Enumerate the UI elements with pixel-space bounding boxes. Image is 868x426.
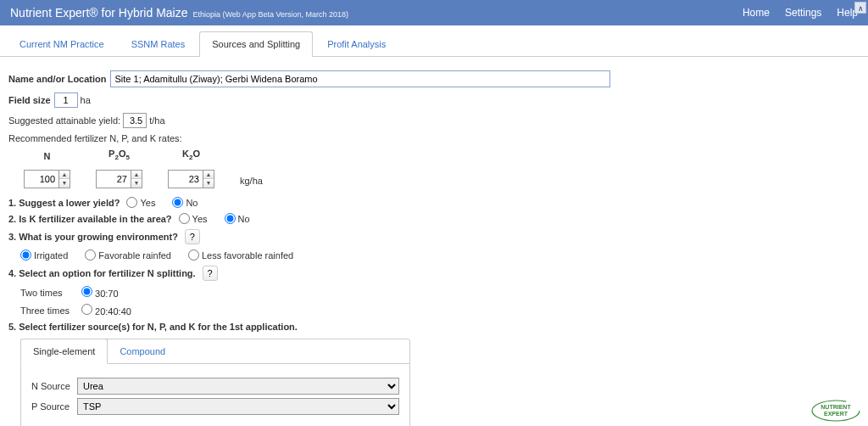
tab-ssnm-rates[interactable]: SSNM Rates	[119, 31, 198, 57]
fieldsize-label: Field size	[8, 95, 51, 105]
topbar: Nutrient Expert® for Hybrid Maize Ethiop…	[0, 0, 868, 25]
location-input[interactable]	[110, 70, 610, 87]
env-less-favorable-radio[interactable]	[188, 249, 199, 261]
tab-sources-splitting[interactable]: Sources and Splitting	[199, 31, 313, 57]
q4-label: 4. Select an option for fertilizer N spl…	[8, 268, 196, 278]
env-irrigated-radio[interactable]	[20, 249, 31, 261]
q2-yes[interactable]: Yes	[179, 213, 208, 224]
yield-label: Suggested attainable yield:	[8, 115, 120, 126]
q3-help-button[interactable]: ?	[185, 229, 200, 244]
n-source-label: N Source	[31, 381, 77, 391]
split-three-radio[interactable]	[81, 304, 92, 315]
p-header: P2O5	[96, 149, 142, 161]
two-times-label: Two times	[20, 288, 81, 298]
q2-yes-radio[interactable]	[179, 213, 190, 224]
n-spinner[interactable]: ▲▼	[24, 170, 70, 188]
q2-no-radio[interactable]	[225, 213, 236, 224]
q1-yes-radio[interactable]	[126, 197, 137, 208]
nav-home[interactable]: Home	[743, 7, 770, 19]
q1-no-radio[interactable]	[172, 197, 183, 208]
scroll-up-icon[interactable]: ∧	[854, 2, 866, 14]
app-subtitle: Ethiopia (Web App Beta Version, March 20…	[193, 10, 348, 19]
p-down-icon[interactable]: ▼	[131, 179, 142, 188]
env-favorable-radio[interactable]	[85, 249, 96, 261]
k-up-icon[interactable]: ▲	[203, 171, 214, 179]
p-source-select[interactable]: TSP	[77, 398, 399, 415]
n-down-icon[interactable]: ▼	[59, 179, 70, 188]
rates-label: Recommended fertilizer N, P, and K rates…	[8, 133, 182, 143]
top-nav: Home Settings Help	[743, 7, 858, 19]
app-title: Nutrient Expert® for Hybrid Maize	[10, 6, 188, 20]
p-up-icon[interactable]: ▲	[131, 171, 142, 179]
title-area: Nutrient Expert® for Hybrid Maize Ethiop…	[10, 6, 348, 20]
p-spinner[interactable]: ▲▼	[96, 170, 142, 188]
n-header: N	[24, 151, 70, 161]
n-input[interactable]	[24, 170, 59, 188]
q1-label: 1. Suggest a lower yield?	[8, 198, 120, 208]
content-area: Name and/or Location Field size ha Sugge…	[0, 57, 839, 426]
split-two-radio[interactable]	[81, 286, 92, 297]
k-down-icon[interactable]: ▼	[203, 179, 214, 188]
tab-profit-analysis[interactable]: Profit Analysis	[314, 31, 398, 57]
n-up-icon[interactable]: ▲	[59, 171, 70, 179]
rates-unit: kg/ha	[240, 176, 263, 188]
n-source-select[interactable]: Urea	[77, 378, 399, 395]
tab-compound[interactable]: Compound	[108, 339, 178, 363]
location-label: Name and/or Location	[8, 74, 107, 84]
q1-no[interactable]: No	[172, 197, 198, 208]
split-two[interactable]: 30:70	[81, 286, 119, 299]
q2-label: 2. Is K fertilizer available in the area…	[8, 214, 172, 224]
split-three[interactable]: 20:40:40	[81, 304, 131, 317]
fieldsize-unit: ha	[81, 95, 91, 105]
q3-label: 3. What is your growing environment?	[8, 232, 178, 242]
q1-yes[interactable]: Yes	[126, 197, 155, 208]
tab-single-element[interactable]: Single-element	[20, 339, 108, 364]
q5-label: 5. Select fertilizer source(s) for N, P,…	[8, 322, 298, 332]
tab-current-nm[interactable]: Current NM Practice	[7, 31, 117, 57]
nav-settings[interactable]: Settings	[785, 7, 821, 19]
q2-no[interactable]: No	[225, 213, 250, 224]
q4-help-button[interactable]: ?	[203, 266, 218, 281]
source-tabs: Single-element Compound N Source Urea P …	[20, 339, 410, 426]
fieldsize-input[interactable]	[54, 92, 78, 108]
k-spinner[interactable]: ▲▼	[168, 170, 214, 188]
main-tabs: Current NM Practice SSNM Rates Sources a…	[0, 31, 868, 57]
yield-unit: t/ha	[149, 115, 164, 126]
three-times-label: Three times	[20, 305, 81, 316]
env-irrigated[interactable]: Irrigated	[20, 249, 68, 261]
p-source-label: P Source	[31, 401, 77, 412]
env-favorable[interactable]: Favorable rainfed	[85, 249, 171, 261]
p-input[interactable]	[96, 170, 131, 188]
k-input[interactable]	[168, 170, 203, 188]
env-less-favorable[interactable]: Less favorable rainfed	[188, 249, 293, 261]
yield-input[interactable]	[123, 113, 147, 128]
k-header: K2O	[168, 149, 214, 161]
rates-row: N ▲▼ P2O5 ▲▼ K2O ▲▼ kg/ha	[24, 149, 831, 188]
